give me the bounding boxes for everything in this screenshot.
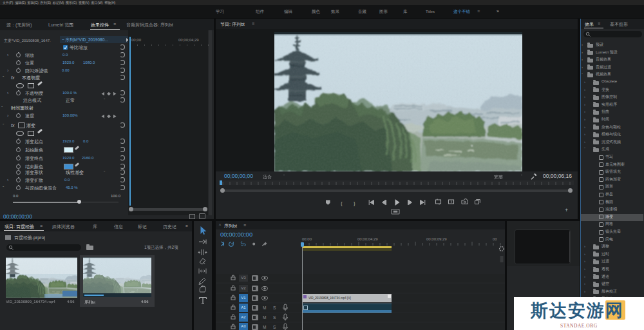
svg-text:M: M <box>263 315 266 320</box>
svg-text:M: M <box>263 325 266 329</box>
svg-text:S: S <box>273 315 276 320</box>
svg-text:M: M <box>263 306 266 310</box>
svg-text:S: S <box>273 325 276 329</box>
svg-text:S: S <box>273 306 276 310</box>
svg-text:}: } <box>354 200 355 206</box>
svg-text:{: { <box>341 200 343 206</box>
